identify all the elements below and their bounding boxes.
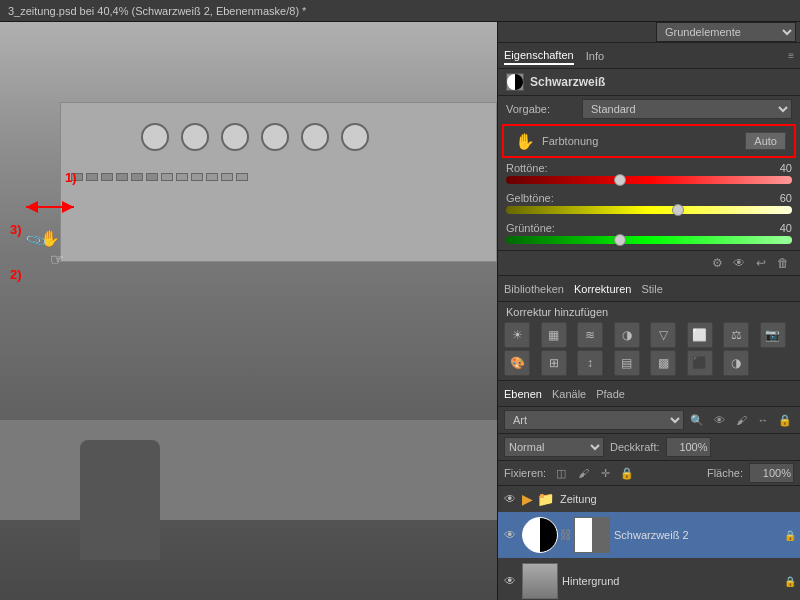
lock-transparency[interactable]: ◫ [552, 464, 570, 482]
tab-kanaele[interactable]: Kanäle [552, 388, 586, 400]
switch-grid [71, 173, 271, 181]
switch [221, 173, 233, 181]
sw-title: Schwarzweiß [530, 75, 605, 89]
chair [80, 440, 160, 560]
panel-collapse-button[interactable]: ≡ [788, 50, 794, 61]
prop-icons-row: ⚙ 👁 ↩ 🗑 [498, 250, 800, 275]
gruntoene-header: Grüntöne: 40 [506, 222, 792, 234]
tab-korrekturen[interactable]: Korrekturen [574, 283, 631, 295]
title-text: 3_zeitung.psd bei 40,4% (Schwarzweiß 2, … [8, 5, 306, 17]
properties-tabs: Eigenschaften Info ≡ [498, 43, 800, 69]
layer-row-sw2[interactable]: 👁 ⛓ Schwarzweiß 2 🔒 [498, 512, 800, 558]
corr-icon-11[interactable]: ↕ [577, 350, 603, 376]
layer-thumb-hg [522, 563, 558, 599]
layer-row-hintergrund[interactable]: 👁 Hintergrund 🔒 [498, 558, 800, 600]
gelbtoene-value: 60 [767, 192, 792, 204]
layer-filter-icon[interactable]: 🔍 [688, 411, 706, 429]
layer-brush-icon[interactable]: 🖌 [732, 411, 750, 429]
layer-lock-icon[interactable]: 🔒 [776, 411, 794, 429]
lock-move[interactable]: ✛ [596, 464, 614, 482]
canvas-area[interactable]: 1) 3) 2) ✋ ☞ 📎 [0, 22, 497, 600]
gruntoene-track[interactable] [506, 236, 792, 244]
auto-button[interactable]: Auto [745, 132, 786, 150]
prop-icon-4[interactable]: 🗑 [774, 254, 792, 272]
switch [131, 173, 143, 181]
annotation-2-label: 2) [10, 267, 22, 282]
red-arrow-horizontal [20, 200, 80, 214]
tab-pfade[interactable]: Pfade [596, 388, 625, 400]
corr-icon-threshold[interactable]: ⬛ [687, 350, 713, 376]
gauge-3 [221, 123, 249, 151]
gelbtoene-slider-row: Gelbtöne: 60 [498, 190, 800, 220]
flaeche-label: Fläche: [707, 467, 743, 479]
corr-icon-invert[interactable]: ◑ [723, 350, 749, 376]
corr-icon-curves[interactable]: ≋ [577, 322, 603, 348]
gelbtoene-track[interactable] [506, 206, 792, 214]
annotation-3-label: 3) [10, 222, 22, 237]
gauge-2 [181, 123, 209, 151]
desk-area [0, 420, 497, 520]
layers-tabs: Ebenen Kanäle Pfade [498, 381, 800, 407]
corr-icon-selective[interactable]: ⊞ [541, 350, 567, 376]
folder-icon-zeitung2: 📁 [537, 491, 554, 507]
switch [176, 173, 188, 181]
corr-icon-balance[interactable]: ⚖ [723, 322, 749, 348]
layer-vis-sw2[interactable]: 👁 [502, 527, 518, 543]
tab-info[interactable]: Info [586, 48, 604, 64]
corr-icon-triangle[interactable]: ▽ [650, 322, 676, 348]
corr-icon-6[interactable]: ⬜ [687, 322, 713, 348]
tab-eigenschaften[interactable]: Eigenschaften [504, 47, 574, 65]
layer-name-sw2: Schwarzweiß 2 [614, 529, 780, 541]
layer-thumb-mask [574, 517, 610, 553]
layer-type-dropdown[interactable]: Art [504, 410, 684, 430]
title-bar: 3_zeitung.psd bei 40,4% (Schwarzweiß 2, … [0, 0, 800, 22]
rottone-slider-row: Rottöne: 40 [498, 160, 800, 190]
tab-bibliotheken[interactable]: Bibliotheken [504, 283, 564, 295]
corr-icons-grid: ☀ ▦ ≋ ◑ ▽ ⬜ ⚖ 📷 🎨 ⊞ ↕ ▤ ▩ ⬛ ◑ [498, 320, 800, 380]
vorgabe-row: Vorgabe: Standard [498, 96, 800, 122]
rottone-thumb[interactable] [614, 174, 626, 186]
gelbtoene-thumb[interactable] [672, 204, 684, 216]
chain-icon-sw2: ⛓ [560, 528, 572, 542]
farbtonung-row: ✋ Farbtonung Auto [502, 124, 796, 158]
gauge-5 [301, 123, 329, 151]
lock-all[interactable]: 🔒 [618, 464, 636, 482]
sw-half-circle-icon [507, 74, 523, 90]
switch [161, 173, 173, 181]
corr-icon-gradient[interactable]: ▤ [614, 350, 640, 376]
corr-icon-brightness[interactable]: ☀ [504, 322, 530, 348]
layers-list: 👁 ▶ 📁 Zeitung 👁 ⛓ Schwarzweiß 2 🔒 [498, 486, 800, 600]
corr-icon-posterize[interactable]: ▩ [650, 350, 676, 376]
layer-name-zeitung: Zeitung [560, 493, 796, 505]
tab-ebenen[interactable]: Ebenen [504, 388, 542, 400]
layer-vis-hg[interactable]: 👁 [502, 573, 518, 589]
corr-title: Korrektur hinzufügen [498, 302, 800, 320]
layer-thumbs-sw2: ⛓ [522, 517, 610, 553]
layer-eye-icon[interactable]: 👁 [710, 411, 728, 429]
corr-icon-camera[interactable]: 📷 [760, 322, 786, 348]
prop-icon-1[interactable]: ⚙ [708, 254, 726, 272]
layer-move-icon[interactable]: ↔ [754, 411, 772, 429]
hand-cursor-icon: ✋ [512, 129, 536, 153]
prop-icon-3[interactable]: ↩ [752, 254, 770, 272]
prop-icon-2[interactable]: 👁 [730, 254, 748, 272]
layer-thumb-bw [522, 517, 558, 553]
lock-paint[interactable]: 🖌 [574, 464, 592, 482]
corr-icon-exposure[interactable]: ◑ [614, 322, 640, 348]
tab-stile[interactable]: Stile [641, 283, 662, 295]
grundelemente-dropdown[interactable]: Grundelemente [656, 22, 796, 42]
vorgabe-dropdown[interactable]: Standard [582, 99, 792, 119]
flaeche-input[interactable] [749, 463, 794, 483]
rottone-track[interactable] [506, 176, 792, 184]
corr-icon-hue[interactable]: 🎨 [504, 350, 530, 376]
corr-icon-levels[interactable]: ▦ [541, 322, 567, 348]
blend-mode-dropdown[interactable]: Normal [504, 437, 604, 457]
layer-lock-sw2: 🔒 [784, 530, 796, 541]
gauge-4 [261, 123, 289, 151]
layer-group-zeitung[interactable]: 👁 ▶ 📁 Zeitung [498, 486, 800, 512]
opacity-label: Deckkraft: [610, 441, 660, 453]
layers-section: Ebenen Kanäle Pfade Art 🔍 👁 🖌 ↔ 🔒 Normal… [498, 381, 800, 600]
opacity-input[interactable] [666, 437, 711, 457]
gruntoene-thumb[interactable] [614, 234, 626, 246]
layer-vis-zeitung[interactable]: 👁 [502, 491, 518, 507]
